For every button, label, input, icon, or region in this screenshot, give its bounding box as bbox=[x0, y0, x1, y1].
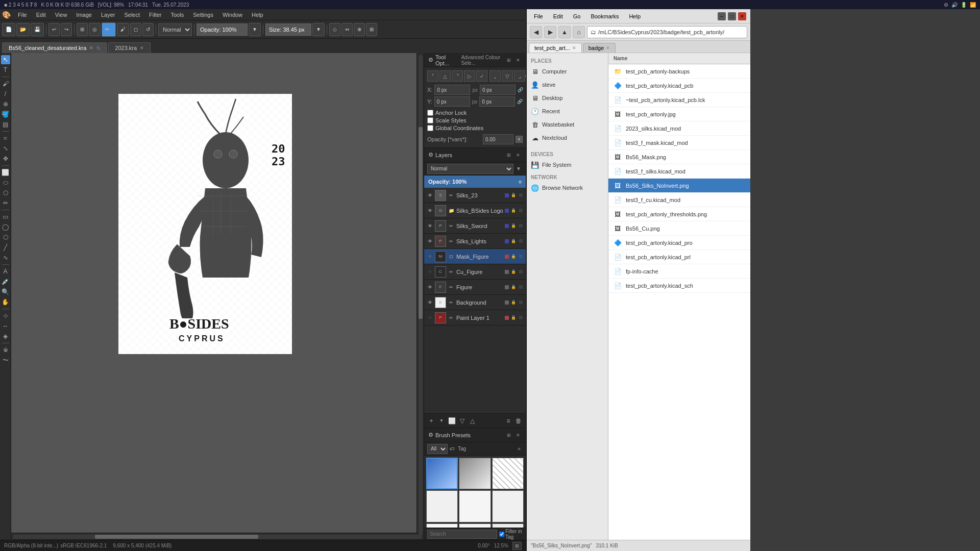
geo-btn-down[interactable]: ▽ bbox=[502, 70, 513, 82]
polygon-tool[interactable]: ⬡ bbox=[1, 233, 10, 242]
freehand-brush-tool[interactable]: 🖌 bbox=[1, 79, 10, 88]
text-tool[interactable]: A bbox=[1, 267, 10, 276]
layers-add-btn[interactable]: + bbox=[427, 417, 435, 425]
sys-tray-icon2[interactable]: 🔊 bbox=[951, 2, 958, 8]
rect-tool[interactable]: ▭ bbox=[1, 212, 10, 221]
fm-close-btn[interactable]: ✕ bbox=[738, 12, 746, 20]
fm-menu-file[interactable]: File bbox=[531, 12, 546, 20]
brush-item-4[interactable] bbox=[426, 490, 458, 522]
fm-col-name-header[interactable]: Name bbox=[614, 56, 745, 61]
tool-options-float-btn[interactable]: ⊞ bbox=[505, 57, 512, 64]
layer-alpha-mask[interactable]: 🔒 bbox=[510, 254, 517, 260]
layers-copy-btn[interactable]: ⬜ bbox=[448, 417, 456, 425]
fm-menu-bookmarks[interactable]: Bookmarks bbox=[587, 12, 622, 20]
menu-layer[interactable]: Layer bbox=[97, 11, 119, 19]
fm-place-desktop[interactable]: 🖥 Desktop bbox=[527, 91, 608, 105]
fm-minimize-btn[interactable]: ─ bbox=[718, 12, 726, 20]
brush-item-6[interactable] bbox=[492, 490, 524, 522]
x-input-1[interactable] bbox=[434, 85, 470, 95]
layer-mask-figure[interactable]: 👁 M ⊡ Mask_Figure 🔒 ⊡ bbox=[424, 249, 526, 264]
fm-up-btn[interactable]: ▲ bbox=[558, 26, 571, 38]
menu-help[interactable]: Help bbox=[248, 11, 267, 19]
layers-close-btn[interactable]: ✕ bbox=[514, 152, 522, 159]
layer-inherit-silks23[interactable]: ⊡ bbox=[518, 192, 524, 198]
layers-merge-down-btn[interactable]: ▽ bbox=[458, 417, 466, 425]
y-input-1[interactable] bbox=[434, 96, 470, 107]
polygon-select-tool[interactable]: ⬠ bbox=[1, 188, 10, 197]
fm-file-kicad-pcb[interactable]: 🔷 test_pcb_artonly.kicad_pcb bbox=[608, 79, 750, 93]
layer-alpha-bg[interactable]: 🔒 bbox=[510, 299, 517, 306]
fm-tab-badge[interactable]: badge ✕ bbox=[583, 43, 616, 53]
fm-file-kicad-pro[interactable]: 🔷 test_pcb_artonly.kicad_pro bbox=[608, 236, 750, 250]
layer-silks-lights[interactable]: 👁 P ✏ Silks_Lights 🔒 ⊡ bbox=[424, 234, 526, 249]
brush-filter-checkbox[interactable] bbox=[499, 532, 504, 537]
fm-place-steve[interactable]: 👤 steve bbox=[527, 78, 608, 91]
measure-tool[interactable]: ↔ bbox=[1, 321, 10, 331]
brush-select-button[interactable]: ✏ bbox=[102, 22, 116, 37]
menu-settings[interactable]: Settings bbox=[189, 11, 217, 19]
fm-file-jpg[interactable]: 🖼 test_pcb_artonly.jpg bbox=[608, 107, 750, 121]
zoom-tool[interactable]: 🔍 bbox=[1, 287, 10, 296]
fm-file-test3-f-cu[interactable]: 📄 test3_f_cu.kicad_mod bbox=[608, 193, 750, 207]
geo-btn-topright[interactable]: ⌝ bbox=[452, 70, 463, 82]
layer-vis-sword[interactable]: 👁 bbox=[426, 222, 433, 230]
tool-opacity-input[interactable] bbox=[483, 134, 513, 144]
layer-silks23[interactable]: 👁 S ✏ Silks_23 🔒 ⊡ bbox=[424, 188, 526, 203]
brush-item-1[interactable] bbox=[426, 458, 458, 489]
calligraphy-tool[interactable]: / bbox=[1, 89, 10, 98]
brush-presets-close-btn[interactable]: ✕ bbox=[514, 432, 522, 439]
layers-flatten-btn[interactable]: △ bbox=[468, 417, 476, 425]
brush-presets-float-btn[interactable]: ⊞ bbox=[505, 432, 512, 439]
fm-tab-badge-close[interactable]: ✕ bbox=[606, 45, 610, 51]
layer-inherit-bsides[interactable]: ⊡ bbox=[518, 208, 524, 214]
save-file-button[interactable]: 💾 bbox=[31, 23, 44, 36]
layer-inherit-lights[interactable]: ⊡ bbox=[518, 238, 524, 244]
layer-vis-silks23[interactable]: 👁 bbox=[426, 192, 433, 199]
menu-select[interactable]: Select bbox=[120, 11, 144, 19]
gradient-tool[interactable]: ▤ bbox=[1, 120, 10, 129]
new-file-button[interactable]: 📄 bbox=[2, 23, 15, 36]
layer-alpha-sword[interactable]: 🔒 bbox=[510, 223, 517, 229]
ellipse-tool[interactable]: ◯ bbox=[1, 222, 10, 232]
tab-2023-close[interactable]: ✕ bbox=[140, 45, 144, 51]
transform-tool[interactable]: ⤡ bbox=[1, 144, 10, 153]
menu-edit[interactable]: Edit bbox=[32, 11, 50, 19]
rect-select-tool[interactable]: ⬜ bbox=[1, 168, 10, 177]
fm-file-thresholds[interactable]: 🖼 test_pcb_artonly_thresholds.png bbox=[608, 207, 750, 221]
fm-menu-go[interactable]: Go bbox=[570, 12, 584, 20]
refresh-button[interactable]: ↺ bbox=[142, 23, 154, 36]
fm-forward-btn[interactable]: ▶ bbox=[544, 26, 556, 38]
geo-btn-bottomleft[interactable]: ⌞ bbox=[489, 70, 501, 82]
fm-place-wastebasket[interactable]: 🗑 Wastebasket bbox=[527, 118, 608, 131]
brush-item-9[interactable] bbox=[492, 523, 524, 528]
angle-btn[interactable]: ◇ bbox=[329, 23, 340, 36]
fm-tab-pcb-close[interactable]: ✕ bbox=[572, 45, 576, 51]
layer-silks-sword[interactable]: 👁 P ✏ Silks_Sword 🔒 ⊡ bbox=[424, 218, 526, 234]
crop-tool[interactable]: ⌗ bbox=[1, 134, 10, 143]
fm-file-test3-f-silks[interactable]: 📄 test3_f_silks.kicad_mod bbox=[608, 164, 750, 179]
line-tool[interactable]: ╱ bbox=[1, 243, 10, 252]
fm-tab-pcb[interactable]: test_pcb_art... ✕ bbox=[529, 43, 582, 53]
select-tool[interactable]: ↖ bbox=[1, 55, 10, 64]
layers-more-btn[interactable]: ≡ bbox=[504, 417, 512, 425]
layer-vis-cu[interactable]: 👁 bbox=[426, 268, 433, 276]
fm-place-nextcloud[interactable]: ☁ Nextcloud bbox=[527, 131, 608, 144]
layer-alpha-lock-silks23[interactable]: 🔒 bbox=[510, 192, 517, 198]
fm-file-test3-f-mask[interactable]: 📄 test3_f_mask.kicad_mod bbox=[608, 136, 750, 150]
layers-options-btn[interactable]: ≡ bbox=[519, 179, 522, 185]
y-lock-icon[interactable]: 🔗 bbox=[517, 98, 523, 105]
mirror-h-btn[interactable]: ⇔ bbox=[341, 23, 353, 36]
layer-silks-bsides[interactable]: 👁 G 📁 Silks_BSides Logo 🔒 ⊡ bbox=[424, 203, 526, 218]
fm-home-btn[interactable]: ⌂ bbox=[573, 26, 585, 38]
layer-background[interactable]: 👁 B ✏ Background 🔒 ⊡ bbox=[424, 295, 526, 310]
layer-alpha-paint1[interactable]: 🔒 bbox=[510, 315, 517, 321]
fm-file-backups[interactable]: 📁 test_pcb_artonly-backups bbox=[608, 64, 750, 79]
geo-btn-up[interactable]: △ bbox=[439, 70, 451, 82]
tab-bs56-refresh[interactable]: ↻ bbox=[96, 45, 101, 51]
layer-blend-mode[interactable]: Normal bbox=[427, 164, 513, 174]
v-scrollbar[interactable] bbox=[416, 53, 424, 533]
menu-filter[interactable]: Filter bbox=[145, 11, 165, 19]
anchor-lock-checkbox[interactable] bbox=[427, 110, 433, 116]
global-coords-checkbox[interactable] bbox=[427, 125, 433, 131]
fm-place-computer[interactable]: 🖥 Computer bbox=[527, 65, 608, 78]
